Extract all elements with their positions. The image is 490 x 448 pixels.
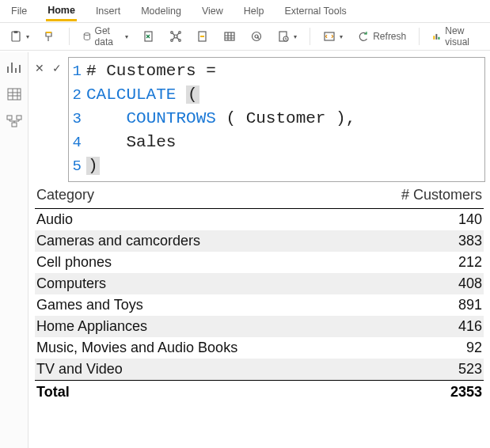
svg-rect-16 — [8, 89, 21, 100]
report-view-icon[interactable] — [6, 60, 22, 74]
svg-rect-17 — [7, 116, 12, 120]
format-painter-button[interactable] — [40, 28, 59, 44]
cancel-formula-button[interactable]: ✕ — [35, 62, 44, 74]
svg-rect-18 — [17, 116, 21, 120]
code-paren: ( — [186, 85, 199, 104]
svg-point-8 — [179, 40, 181, 42]
refresh-button[interactable]: Refresh — [354, 28, 409, 44]
table-row[interactable]: Cell phones212 — [35, 252, 484, 273]
chevron-down-icon: ▾ — [26, 33, 29, 40]
canvas: ✕ ✓ 1# Customers = 2CALCULATE ( 3 COUNTR… — [28, 52, 490, 448]
menu-view[interactable]: View — [200, 2, 225, 20]
svg-rect-19 — [12, 123, 17, 127]
total-value: 2353 — [379, 384, 482, 401]
table-footer: Total 2353 — [35, 380, 484, 404]
line-number: 4 — [69, 131, 86, 154]
menu-modeling[interactable]: Modeling — [139, 2, 183, 20]
svg-point-2 — [84, 33, 89, 36]
table-row[interactable]: Music, Movies and Audio Books92 — [35, 337, 484, 359]
cell-category: TV and Video — [36, 361, 379, 378]
table-row[interactable]: Cameras and camcorders383 — [35, 230, 484, 252]
table-row[interactable]: Computers408 — [35, 273, 484, 294]
cell-category: Audio — [36, 211, 379, 228]
cell-value: 891 — [379, 297, 482, 313]
menu-file[interactable]: File — [9, 2, 28, 20]
cell-category: Games and Toys — [36, 297, 379, 313]
recent-icon — [277, 30, 290, 43]
refresh-label: Refresh — [373, 31, 406, 42]
data-view-icon[interactable] — [6, 87, 22, 101]
indent — [86, 109, 126, 127]
model-view-icon[interactable] — [6, 114, 22, 128]
ribbon: ▾ Get data ▾ ▾ ▾ Refresh New visual — [0, 22, 490, 51]
code-text: # Customers = — [86, 59, 216, 83]
result-table: Category # Customers Audio140 Cameras an… — [35, 184, 484, 404]
separator — [69, 28, 70, 45]
line-number: 2 — [69, 83, 86, 107]
svg-point-5 — [171, 32, 173, 34]
file-excel-icon — [142, 30, 155, 43]
chevron-down-icon: ▾ — [340, 33, 343, 40]
hub-icon — [169, 30, 182, 43]
paste-button[interactable]: ▾ — [6, 28, 32, 44]
brush-icon — [44, 30, 56, 43]
enter-data-button[interactable] — [220, 28, 239, 44]
grid-icon — [223, 30, 236, 43]
cell-value: 523 — [379, 361, 482, 378]
cell-value: 92 — [379, 340, 482, 356]
formula-editor[interactable]: 1# Customers = 2CALCULATE ( 3 COUNTROWS … — [68, 57, 485, 182]
menu-external-tools[interactable]: External Tools — [283, 2, 348, 20]
header-value[interactable]: # Customers — [379, 187, 482, 203]
at-icon — [250, 30, 263, 43]
table-body: Audio140 Cameras and camcorders383 Cell … — [35, 209, 484, 380]
separator — [419, 28, 420, 45]
menu-insert[interactable]: Insert — [94, 2, 122, 20]
table-row[interactable]: TV and Video523 — [35, 359, 484, 380]
cell-value: 140 — [379, 211, 482, 228]
chevron-down-icon: ▾ — [125, 33, 128, 40]
menu-help[interactable]: Help — [242, 2, 266, 20]
dataverse-button[interactable] — [247, 28, 266, 44]
table-row[interactable]: Games and Toys891 — [35, 294, 484, 316]
get-data-label: Get data — [95, 25, 122, 47]
recent-button[interactable]: ▾ — [274, 28, 300, 44]
menu-bar: File Home Insert Modeling View Help Exte… — [0, 0, 490, 22]
svg-point-6 — [179, 32, 181, 34]
get-data-button[interactable]: Get data ▾ — [79, 24, 132, 49]
header-category[interactable]: Category — [36, 187, 379, 203]
view-switcher — [0, 52, 28, 448]
new-visual-button[interactable]: New visual — [429, 24, 484, 49]
table-row[interactable]: Home Appliances416 — [35, 316, 484, 337]
datahub-button[interactable] — [166, 28, 185, 44]
formula-bar-row: ✕ ✓ 1# Customers = 2CALCULATE ( 3 COUNTR… — [28, 52, 490, 182]
transform-icon — [323, 30, 336, 43]
clipboard-icon — [9, 30, 22, 43]
total-label: Total — [36, 384, 379, 401]
excel-button[interactable] — [139, 28, 158, 44]
chart-icon — [432, 30, 442, 43]
svg-rect-10 — [225, 32, 234, 40]
line-number: 3 — [69, 107, 86, 131]
sql-button[interactable] — [193, 28, 212, 44]
cell-category: Home Appliances — [36, 318, 379, 335]
code-paren: ) — [86, 157, 100, 175]
cell-category: Cell phones — [36, 254, 379, 271]
svg-point-11 — [253, 32, 261, 41]
svg-point-12 — [255, 35, 258, 38]
cell-value: 383 — [379, 233, 482, 249]
cell-value: 408 — [379, 275, 482, 292]
commit-formula-button[interactable]: ✓ — [52, 62, 62, 74]
menu-home[interactable]: Home — [46, 2, 77, 21]
line-number: 5 — [69, 154, 86, 178]
file-sql-icon — [196, 30, 209, 43]
cell-value: 212 — [379, 254, 482, 271]
cell-category: Music, Movies and Audio Books — [36, 340, 379, 356]
cell-category: Cameras and camcorders — [36, 233, 379, 249]
code-text: Sales — [126, 133, 176, 151]
chevron-down-icon: ▾ — [294, 33, 297, 40]
svg-point-7 — [171, 40, 173, 42]
table-row[interactable]: Audio140 — [35, 209, 484, 230]
transform-button[interactable]: ▾ — [320, 28, 346, 44]
new-visual-label: New visual — [445, 25, 481, 47]
code-text: ( Customer ), — [226, 109, 355, 127]
